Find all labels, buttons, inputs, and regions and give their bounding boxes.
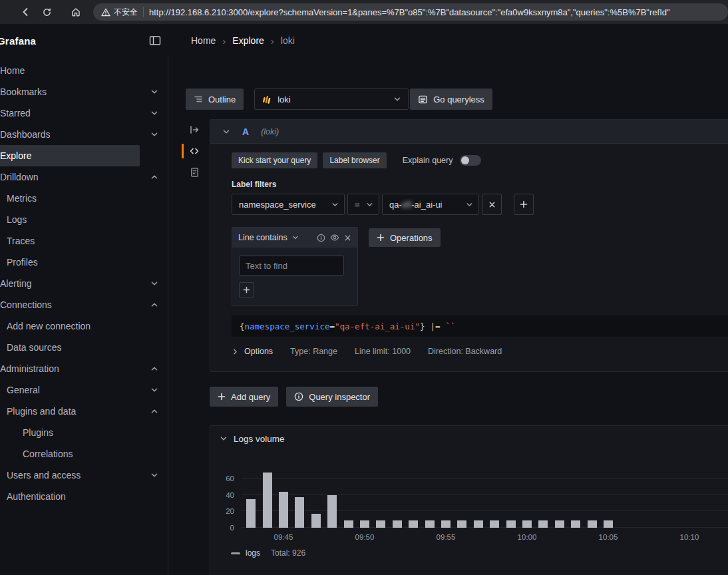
volume-bar: [376, 520, 385, 528]
info-icon[interactable]: [317, 234, 325, 242]
sidebar-item-label: Home: [0, 65, 25, 76]
chevron-up-icon: [150, 173, 158, 181]
sidebar-item-users-and-access[interactable]: Users and access: [0, 465, 168, 486]
label-browser-button[interactable]: Label browser: [323, 152, 386, 168]
query-actions-row: Add query Query inspector: [210, 387, 728, 407]
add-query-button[interactable]: Add query: [210, 387, 278, 407]
volume-bar: [571, 520, 580, 528]
operations-button[interactable]: Operations: [369, 228, 441, 247]
breadcrumb-loki[interactable]: loki: [281, 35, 295, 46]
query-inspector-button[interactable]: Query inspector: [286, 387, 378, 407]
legend-series-swatch: [231, 552, 240, 554]
volume-bar: [263, 473, 272, 528]
filter-operator-select[interactable]: =: [347, 194, 379, 215]
kick-start-button[interactable]: Kick start your query: [232, 152, 317, 168]
code-backticks: ``: [446, 321, 456, 331]
sidebar-item-home[interactable]: Home: [0, 60, 168, 81]
eye-icon[interactable]: [330, 234, 339, 242]
close-icon[interactable]: [344, 234, 351, 242]
sidebar-item-correlations[interactable]: Correlations: [0, 443, 168, 465]
sidebar-item-connections[interactable]: Connections: [0, 294, 168, 315]
query-inspector-label: Query inspector: [309, 392, 370, 402]
query-code-preview[interactable]: {namespace_service="qa-eft-ai_ai-ui"}|=`…: [232, 315, 728, 337]
filter-label-value: namespace_service: [239, 200, 326, 210]
x-axis-tick-label: 10:05: [599, 533, 618, 541]
outline-rail: [186, 119, 203, 372]
chevron-down-icon[interactable]: [222, 128, 230, 136]
sidebar-item-add-new-connection[interactable]: Add new connection: [0, 315, 168, 337]
queries-section-icon[interactable]: [186, 143, 202, 159]
sidebar-item-profiles[interactable]: Profiles: [0, 252, 168, 273]
logs-volume-panel: Logs volume 020406009:4509:5009:5510:001…: [210, 425, 728, 575]
outline-collapse-icon[interactable]: [186, 122, 202, 138]
logs-volume-chart: 020406009:4509:5009:5510:0010:0510:10: [242, 469, 728, 528]
divider: [143, 7, 144, 17]
sidebar-item-label: Data sources: [7, 342, 61, 353]
options-direction: Direction: Backward: [428, 347, 502, 356]
datasource-picker[interactable]: loki: [254, 89, 409, 110]
browser-back-button[interactable]: [17, 4, 33, 20]
browser-home-button[interactable]: [68, 4, 84, 20]
sidebar-item-bookmarks[interactable]: Bookmarks: [0, 81, 168, 102]
sidebar-item-plugins-and-data[interactable]: Plugins and data: [0, 401, 168, 422]
browser-reload-button[interactable]: [39, 4, 55, 20]
sidebar-item-administration[interactable]: Administration: [0, 358, 168, 379]
code-open-brace: {: [240, 321, 245, 331]
breadcrumb-separator: ›: [222, 35, 226, 47]
breadcrumb-explore[interactable]: Explore: [232, 35, 264, 46]
explain-query-toggle[interactable]: [460, 155, 481, 166]
text-to-find-input[interactable]: [239, 256, 344, 276]
chevron-up-icon: [150, 365, 158, 373]
volume-bar: [327, 495, 337, 528]
sidebar-item-label: Connections: [0, 299, 52, 310]
filter-label-select[interactable]: namespace_service: [232, 194, 345, 215]
explore-main: Outline loki Go queryless: [168, 57, 728, 575]
sidebar-item-label: Bookmarks: [0, 87, 47, 97]
filter-value-select[interactable]: qa-eft-ai_ai-ui: [382, 194, 479, 215]
chevron-down-icon: [150, 471, 158, 479]
go-queryless-button[interactable]: Go queryless: [410, 89, 492, 110]
remove-filter-button[interactable]: [482, 194, 502, 215]
sidebar-item-starred[interactable]: Starred: [0, 102, 168, 124]
query-row-header[interactable]: A (loki): [210, 120, 728, 144]
explore-toolbar: Outline loki Go queryless: [186, 89, 728, 110]
sidebar-item-label: Authentication: [7, 491, 66, 502]
sidebar-item-traces[interactable]: Traces: [0, 230, 168, 252]
outline-button-label: Outline: [208, 95, 236, 104]
gridline: [242, 478, 728, 479]
logs-section-icon[interactable]: [186, 164, 202, 180]
label-filters-title: Label filters: [232, 180, 728, 190]
sidebar-item-metrics[interactable]: Metrics: [0, 188, 168, 209]
sidebar-item-authentication[interactable]: Authentication: [0, 486, 168, 507]
legend-series-name[interactable]: logs: [246, 548, 260, 558]
outline-button[interactable]: Outline: [186, 89, 244, 110]
sidebar-item-general[interactable]: General: [0, 379, 168, 401]
sidebar-item-label: General: [7, 385, 40, 395]
operation-header[interactable]: Line contains: [232, 228, 357, 248]
legend-total: Total: 926: [271, 548, 305, 558]
sidebar-item-plugins[interactable]: Plugins: [0, 422, 168, 443]
sidebar-item-label: Correlations: [23, 449, 73, 459]
security-status[interactable]: 不安全: [101, 7, 138, 18]
add-value-button[interactable]: [239, 282, 254, 297]
logs-volume-header[interactable]: Logs volume: [210, 426, 728, 451]
sidebar-nav: HomeBookmarksStarredDashboardsExploreDri…: [0, 57, 168, 575]
sidebar-item-dashboards[interactable]: Dashboards: [0, 124, 168, 145]
grafana-top-nav: Grafana Home › Explore › loki: [0, 24, 728, 57]
volume-bar: [311, 514, 321, 528]
sidebar-item-logs[interactable]: Logs: [0, 209, 168, 230]
address-bar[interactable]: 不安全 http://192.168.6.210:3000/explore?sc…: [93, 3, 728, 21]
mega-menu-toggle-icon[interactable]: [149, 35, 161, 46]
sidebar-item-explore[interactable]: Explore: [0, 145, 140, 166]
breadcrumb-home[interactable]: Home: [191, 35, 216, 46]
add-filter-button[interactable]: [514, 194, 534, 215]
options-toggle[interactable]: Options: [232, 347, 273, 356]
sidebar-item-drilldown[interactable]: Drilldown: [0, 166, 168, 188]
kick-start-label: Kick start your query: [238, 156, 311, 165]
sidebar-item-alerting[interactable]: Alerting: [0, 273, 168, 294]
sidebar-item-data-sources[interactable]: Data sources: [0, 337, 168, 358]
logs-volume-plot[interactable]: 020406009:4509:5009:5510:0010:0510:10: [242, 469, 728, 528]
chevron-down-icon[interactable]: [292, 234, 299, 241]
filter-value-suffix: -ai_ai-ui: [411, 200, 442, 210]
operations-button-label: Operations: [390, 233, 433, 243]
